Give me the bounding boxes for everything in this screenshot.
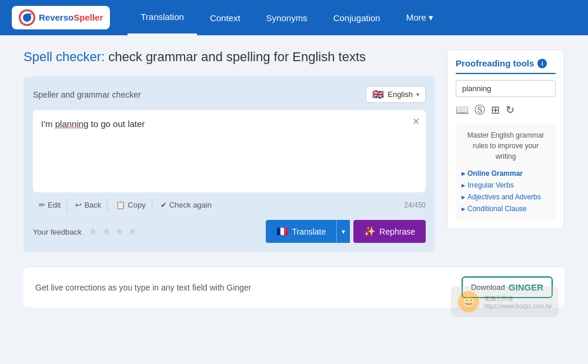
grammar-link-online[interactable]: Online Grammar: [462, 168, 550, 179]
grammar-links: Online Grammar Irregular Verbs Adjective…: [462, 168, 550, 215]
toolbar: ✏ Edit ↩ Back 📋 Copy ✔ Check again 24/45…: [33, 198, 426, 212]
watermark-face-icon: 😄: [458, 291, 479, 312]
watermark-box: 😄 電腦王阿達https://www.bocpc.com.tw: [451, 286, 559, 317]
right-panel: Proofreading tools i 📖 Ⓢ ⊞ ↻ Master Engl…: [447, 49, 564, 252]
grid-icon-button[interactable]: ⊞: [491, 103, 500, 117]
main-content: Spell checker: check grammar and spellin…: [0, 35, 588, 262]
proofreading-panel: Proofreading tools i 📖 Ⓢ ⊞ ↻ Master Engl…: [447, 49, 564, 229]
navbar: ↺ ReversoSpeller Translation Context Syn…: [0, 0, 588, 35]
clear-button[interactable]: ✕: [412, 116, 420, 127]
logo-icon: ↺: [19, 9, 35, 26]
watermark: 😄 電腦王阿達https://www.bocpc.com.tw: [451, 286, 559, 317]
back-button[interactable]: ↩ Back: [69, 198, 108, 212]
grammar-link-irregular[interactable]: Irregular Verbs: [462, 179, 550, 191]
fr-flag-icon: 🇫🇷: [276, 226, 288, 237]
logo[interactable]: ↺ ReversoSpeller: [12, 6, 110, 29]
title-normal: check grammar and spelling for English t…: [105, 49, 366, 64]
page-title: Spell checker: check grammar and spellin…: [24, 49, 435, 65]
text-suffix: to go out later: [88, 119, 145, 129]
chevron-down-icon: ▾: [416, 91, 419, 98]
grammar-link-adjectives[interactable]: Adjectives and Adverbs: [462, 191, 550, 203]
panel-title: Proofreading tools i: [456, 58, 556, 74]
info-icon: i: [537, 59, 547, 68]
refresh-icon-button[interactable]: ↻: [506, 103, 514, 117]
edit-icon: ✏: [39, 201, 45, 209]
left-panel: Spell checker: check grammar and spellin…: [24, 49, 435, 252]
back-icon: ↩: [75, 201, 82, 209]
rephrase-button[interactable]: ✨ Rephrase: [353, 220, 426, 243]
check-icon: ✔: [161, 201, 167, 209]
nav-translation[interactable]: Translation: [128, 0, 197, 35]
banner-text: Get live corrections as you type in any …: [35, 283, 251, 292]
nav-more[interactable]: More ▾: [393, 0, 446, 35]
speller-header: Speller and grammar checker 🇬🇧 English ▾: [33, 86, 426, 103]
grammar-promo: Master English grammar rules to improve …: [456, 124, 556, 221]
feedback-row: Your feedback ★ ★ ★ ★ 🇫🇷 Translate ▾ ✨ R…: [33, 220, 426, 243]
search-input[interactable]: [456, 80, 556, 97]
text-content: I'm planning to go out later: [41, 117, 417, 131]
speller-box: Speller and grammar checker 🇬🇧 English ▾…: [24, 76, 435, 252]
title-colored: Spell checker:: [24, 49, 105, 64]
nav-links: Translation Context Synonyms Conjugation…: [128, 0, 446, 35]
translate-dropdown-button[interactable]: ▾: [336, 220, 350, 243]
promo-text: Master English grammar rules to improve …: [462, 130, 550, 162]
nav-context[interactable]: Context: [197, 0, 253, 35]
book-icon-button[interactable]: 📖: [456, 103, 469, 117]
text-area-wrapper: I'm planning to go out later ✕: [33, 110, 426, 192]
nav-conjugation[interactable]: Conjugation: [320, 0, 393, 35]
char-count: 24/450: [404, 201, 426, 209]
nav-synonyms[interactable]: Synonyms: [253, 0, 320, 35]
copy-button[interactable]: 📋 Copy: [110, 198, 152, 212]
stars[interactable]: ★ ★ ★ ★: [89, 226, 138, 236]
watermark-text: 電腦王阿達https://www.bocpc.com.tw: [484, 295, 552, 309]
rephrase-icon: ✨: [364, 226, 376, 237]
logo-speller: Speller: [74, 12, 103, 22]
action-buttons: 🇫🇷 Translate ▾ ✨ Rephrase: [266, 220, 426, 243]
copy-icon: 📋: [116, 201, 125, 209]
tool-icons: 📖 Ⓢ ⊞ ↻: [456, 103, 556, 117]
language-selector[interactable]: 🇬🇧 English ▾: [366, 86, 426, 103]
feedback-label: Your feedback: [33, 228, 82, 236]
speller-label: Speller and grammar checker: [33, 90, 141, 99]
grammar-link-conditional[interactable]: Conditional Clause: [462, 203, 550, 215]
copyright-icon-button[interactable]: Ⓢ: [475, 103, 485, 117]
underlined-word: planning: [55, 119, 89, 129]
translate-button[interactable]: 🇫🇷 Translate: [266, 220, 336, 243]
edit-button[interactable]: ✏ Edit: [33, 198, 67, 212]
logo-text: ReversoSpeller: [39, 12, 103, 23]
logo-reverso: Reverso: [39, 12, 74, 22]
check-again-button[interactable]: ✔ Check again: [155, 198, 218, 212]
text-prefix: I'm: [41, 119, 55, 129]
flag-icon: 🇬🇧: [372, 89, 384, 100]
language-label: English: [387, 90, 413, 99]
feedback-section: Your feedback ★ ★ ★ ★: [33, 226, 138, 237]
proofreading-title-text: Proofreading tools: [456, 58, 534, 68]
